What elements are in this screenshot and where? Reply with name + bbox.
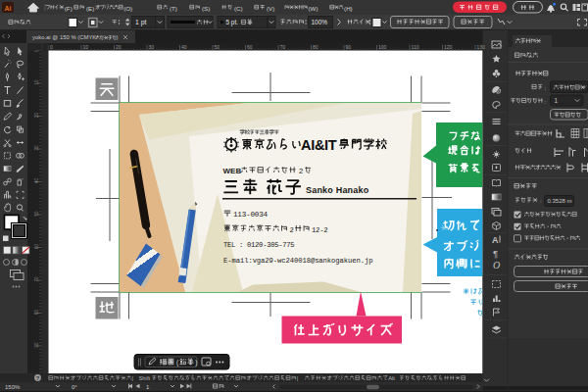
svg-text:|: | xyxy=(132,375,134,381)
svg-text:0: 0 xyxy=(50,44,53,50)
svg-text:110: 110 xyxy=(412,44,419,50)
svg-text:TEL : 0120-305-775: TEL : 0120-305-775 xyxy=(223,241,294,249)
svg-text:0.3528 m: 0.3528 m xyxy=(548,198,572,204)
svg-text:Ai: Ai xyxy=(5,5,12,12)
svg-text:WEB: WEB xyxy=(223,167,242,175)
svg-text:0°: 0° xyxy=(72,384,77,390)
svg-text:12-2: 12-2 xyxy=(312,226,327,234)
svg-text:80: 80 xyxy=(34,309,39,315)
svg-text:120: 120 xyxy=(444,44,453,50)
svg-text:): ) xyxy=(117,34,119,40)
svg-text:60: 60 xyxy=(34,243,39,249)
svg-text:30: 30 xyxy=(34,145,39,151)
svg-text:(S): (S) xyxy=(202,5,210,12)
svg-text:Sanko Hanako: Sanko Hanako xyxy=(306,185,369,195)
svg-text:(W): (W) xyxy=(309,5,318,12)
svg-text:): ) xyxy=(195,359,197,367)
svg-text:¶: ¶ xyxy=(493,248,498,259)
svg-text:20: 20 xyxy=(34,112,39,118)
svg-text:1: 1 xyxy=(555,97,559,104)
svg-text:1 pt: 1 pt xyxy=(135,19,146,26)
svg-text:40: 40 xyxy=(34,177,39,183)
svg-text:150%: 150% xyxy=(5,384,21,390)
svg-text:130: 130 xyxy=(477,44,486,50)
svg-text:(F): (F) xyxy=(65,5,73,12)
svg-text:2: 2 xyxy=(289,226,293,234)
svg-text:O: O xyxy=(493,260,500,270)
svg-text:Shift: Shift xyxy=(139,375,151,381)
svg-text:|: | xyxy=(297,375,299,381)
svg-text:50: 50 xyxy=(34,211,39,217)
svg-text:100%: 100% xyxy=(312,19,328,25)
svg-text:(V): (V) xyxy=(267,5,274,12)
svg-text:yoko.ai @ 150 % (CMYK/: yoko.ai @ 150 % (CMYK/ xyxy=(32,34,98,40)
svg-text:(H): (H) xyxy=(344,5,353,12)
svg-text:(C): (C) xyxy=(234,5,243,12)
svg-text:2: 2 xyxy=(299,167,303,175)
svg-text:113-0034: 113-0034 xyxy=(233,211,268,219)
svg-text:(O): (O) xyxy=(123,5,132,12)
svg-text:70: 70 xyxy=(34,276,39,282)
svg-text:AI&IT: AI&IT xyxy=(301,137,337,153)
svg-text:A: A xyxy=(492,235,499,245)
svg-text:10: 10 xyxy=(34,79,39,85)
svg-text:90: 90 xyxy=(34,342,39,348)
svg-text:Alt: Alt xyxy=(388,375,395,381)
svg-text:100: 100 xyxy=(378,44,387,50)
svg-text:(T): (T) xyxy=(170,5,177,12)
svg-text:E-mail:vga29-wc240018@sankogak: E-mail:vga29-wc240018@sankogakuen.jp xyxy=(223,257,372,265)
svg-text:5 pt.: 5 pt. xyxy=(226,19,239,26)
svg-text:(E): (E) xyxy=(86,5,94,12)
